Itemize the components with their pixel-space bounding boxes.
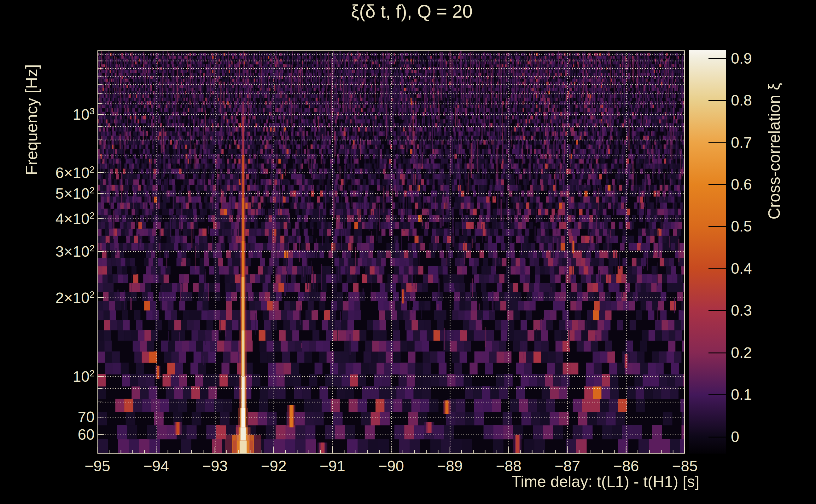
y-tick-label: 103	[73, 107, 95, 122]
colorbar-tick	[709, 437, 726, 438]
y-axis-title: Frequency [Hz]	[22, 64, 41, 175]
colorbar-tick-label: 0.5	[731, 219, 752, 234]
colorbar-tick-label: 0.8	[731, 93, 752, 108]
colorbar-tick-label: 0.6	[731, 177, 752, 192]
colorbar-tick-label: 0.1	[731, 387, 752, 402]
colorbar-tick	[709, 310, 726, 311]
x-tick-label: −93	[202, 459, 228, 474]
x-tick-label: −90	[378, 459, 404, 474]
x-tick-label: −92	[261, 459, 286, 474]
x-tick-label: −91	[319, 459, 345, 474]
y-tick-label: 6×102	[55, 165, 95, 180]
x-tick-label: −89	[437, 459, 463, 474]
x-tick-label: −88	[496, 459, 521, 474]
y-tick-label: 2×102	[55, 290, 95, 305]
colorbar-tick-label: 0.2	[731, 345, 752, 360]
colorbar-gradient	[689, 50, 726, 454]
y-tick-label: 60	[78, 427, 95, 442]
y-tick-label: 102	[73, 369, 95, 384]
x-axis-title: Time delay: t(L1) - t(H1) [s]	[512, 473, 699, 491]
colorbar-tick	[709, 394, 726, 395]
colorbar-tick-label: 0	[731, 429, 739, 444]
colorbar-tick	[709, 352, 726, 353]
colorbar-tick	[709, 142, 726, 143]
colorbar-tick-label: 0.3	[731, 303, 752, 318]
y-tick-label: 4×102	[55, 211, 95, 226]
x-tick-label: −95	[84, 459, 110, 474]
y-tick-label: 3×102	[55, 244, 95, 259]
x-tick-label: −85	[672, 459, 698, 474]
colorbar-tick	[709, 100, 726, 101]
y-tick-label: 5×102	[55, 186, 95, 201]
colorbar-tick	[709, 226, 726, 227]
heatmap-canvas	[97, 50, 685, 454]
colorbar-tick-label: 0.9	[731, 51, 752, 66]
x-tick-label: −94	[143, 459, 169, 474]
colorbar-tick	[709, 268, 726, 269]
colorbar-tick-label: 0.4	[731, 261, 752, 276]
colorbar-tick-label: 0.7	[731, 135, 752, 150]
x-tick-label: −86	[613, 459, 639, 474]
figure-title: ξ(δ t, f), Q = 20	[351, 1, 472, 22]
figure: ξ(δ t, f), Q = 20 Frequency [Hz] 1036×10…	[0, 0, 816, 504]
y-tick-label: 70	[78, 409, 95, 425]
colorbar-title: Cross-correlation ξ	[765, 83, 784, 220]
x-tick-label: −87	[554, 459, 580, 474]
colorbar-tick	[709, 184, 726, 185]
colorbar-tick	[709, 58, 726, 59]
